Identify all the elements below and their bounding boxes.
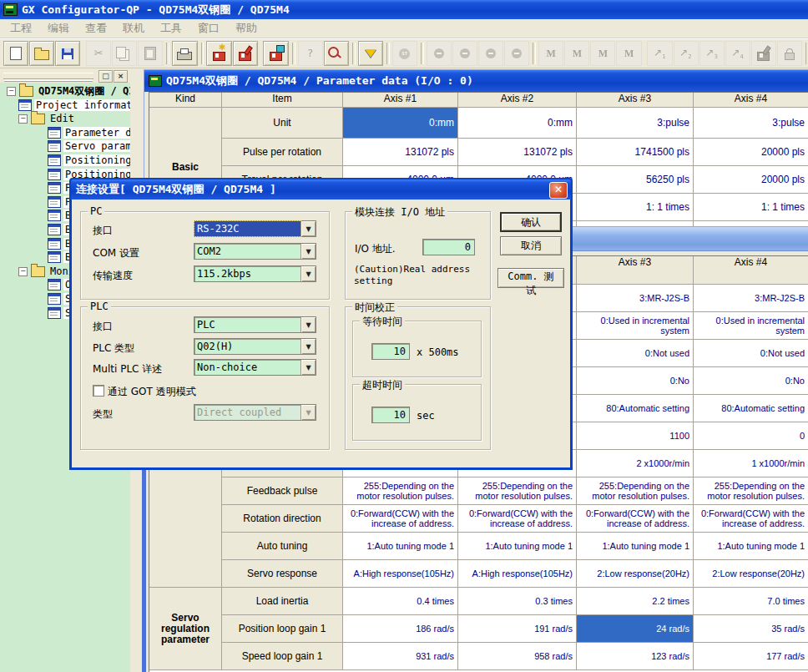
value-cell[interactable]: 0:Forward(CCW) with the increase of addr… [458, 505, 577, 533]
menu-item-1[interactable]: 编辑 [45, 20, 72, 37]
value-cell[interactable]: 20000 pls [694, 139, 808, 166]
timeout-input[interactable] [371, 407, 410, 423]
value-cell[interactable]: 131072 pls [343, 139, 458, 166]
value-cell[interactable]: 0:Used in incremental system [694, 312, 808, 340]
chevron-down-icon[interactable]: ▼ [300, 244, 316, 259]
value-cell[interactable]: 255:Depending on the motor resolution pu… [694, 477, 808, 505]
value-cell[interactable]: 1: 1 times [577, 194, 694, 221]
tree-item[interactable]: Positioning ( [48, 154, 130, 167]
value-cell[interactable]: 3:pulse [577, 108, 694, 139]
comm-test-button[interactable]: Comm. 测试 [497, 268, 564, 288]
print-button[interactable] [172, 41, 197, 66]
value-cell[interactable]: 958 rad/s [458, 643, 577, 670]
value-cell[interactable]: 0:mm [458, 108, 577, 139]
value-cell[interactable]: 255:Depending on the motor resolution pu… [343, 477, 458, 505]
value-cell[interactable]: 1:Auto tuning mode 1 [577, 533, 694, 560]
chevron-down-icon[interactable]: ▼ [300, 360, 316, 375]
value-cell[interactable]: 7.0 times [694, 588, 808, 615]
value-cell[interactable]: 131072 pls [458, 139, 577, 166]
value-cell[interactable]: 123 rad/s [577, 643, 694, 670]
value-cell[interactable]: 1 x1000r/min [694, 450, 808, 477]
value-cell[interactable]: 2:Low response(20Hz) [577, 560, 694, 588]
menu-item-2[interactable]: 查看 [83, 20, 109, 37]
value-cell[interactable]: 1: 1 times [694, 194, 808, 221]
menu-item-0[interactable]: 工程 [8, 20, 34, 37]
value-cell[interactable]: 186 rad/s [343, 615, 458, 643]
value-cell[interactable]: 255:Depending on the motor resolution pu… [577, 477, 694, 505]
parameter-window-titlebar[interactable]: QD75M4双钢圈 / QD75M4 / Parameter data (I/O… [144, 70, 808, 92]
menu-item-4[interactable]: 工具 [158, 20, 184, 37]
value-cell[interactable]: 0:Not used [577, 340, 694, 367]
value-cell[interactable]: 24 rad/s [577, 615, 694, 643]
save-project-button[interactable] [55, 41, 80, 66]
value-cell[interactable]: 0:No [577, 367, 694, 395]
module-check-button[interactable] [324, 41, 349, 66]
value-cell[interactable]: 1100 [577, 422, 694, 450]
tree-item[interactable]: −Moni [18, 265, 76, 278]
multi-plc-combo[interactable]: Non-choice▼ [194, 359, 316, 376]
value-cell[interactable]: 1:Auto tuning mode 1 [343, 533, 458, 560]
value-cell[interactable]: 0:No [694, 367, 808, 395]
cancel-button[interactable]: 取消 [500, 236, 562, 255]
ok-button[interactable]: 确认 [500, 212, 562, 232]
panel-maximize-icon[interactable]: □ [98, 70, 113, 83]
transfer-setup-button[interactable] [263, 41, 288, 66]
value-cell[interactable]: 80:Automatic setting [694, 395, 808, 422]
panel-grip[interactable] [3, 73, 93, 79]
value-cell[interactable]: 0:Not used [694, 340, 808, 367]
value-cell[interactable]: 35 rad/s [694, 615, 808, 643]
baudrate-combo[interactable]: 115.2kbps▼ [194, 265, 316, 282]
tree-expand-icon[interactable]: − [18, 114, 28, 124]
value-cell[interactable]: 0 [694, 422, 808, 450]
value-cell[interactable]: 3:MR-J2S-B [694, 285, 808, 312]
value-cell[interactable]: 0:Forward(CCW) with the increase of addr… [343, 505, 458, 533]
value-cell[interactable]: 191 rad/s [458, 615, 577, 643]
tree-item[interactable]: Servo paramet [48, 139, 130, 153]
value-cell[interactable]: 255:Depending on the motor resolution pu… [458, 477, 577, 505]
value-cell[interactable]: 0.3 times [458, 588, 577, 615]
value-cell[interactable]: 0:Used in incremental system [577, 312, 694, 340]
value-cell[interactable]: 2 x1000r/min [577, 450, 694, 477]
close-icon[interactable]: ✕ [549, 182, 568, 199]
value-cell[interactable]: 3:pulse [694, 108, 808, 139]
chevron-down-icon[interactable]: ▼ [300, 266, 316, 281]
value-cell[interactable]: 3:MR-J2S-B [577, 285, 694, 312]
new-project-button[interactable] [3, 41, 28, 66]
write-to-module-button[interactable] [206, 41, 231, 66]
tree-expand-icon[interactable]: − [7, 87, 16, 96]
monitor-start-button[interactable] [358, 41, 383, 66]
com-setting-combo[interactable]: COM2▼ [194, 243, 316, 260]
value-cell[interactable]: 1:Auto tuning mode 1 [694, 533, 808, 560]
chevron-down-icon[interactable]: ▼ [300, 317, 316, 332]
value-cell[interactable]: 177 rad/s [694, 643, 808, 670]
got-transparent-checkbox[interactable] [93, 385, 104, 397]
project-panel-titlebar[interactable]: □ × [0, 68, 142, 83]
read-from-module-button[interactable] [233, 41, 258, 66]
pc-interface-combo[interactable]: RS-232C▼ [194, 220, 316, 237]
io-address-input[interactable] [422, 239, 475, 255]
chevron-down-icon[interactable]: ▼ [300, 339, 316, 354]
value-cell[interactable]: 20000 pls [694, 166, 808, 194]
open-project-button[interactable] [29, 41, 54, 66]
value-cell[interactable]: 931 rad/s [343, 643, 458, 670]
plc-interface-combo[interactable]: PLC▼ [194, 316, 316, 333]
dialog-titlebar[interactable]: 连接设置[ QD75M4双钢圈 / QD75M4 ] ✕ [71, 179, 571, 200]
value-cell[interactable]: A:High response(105Hz) [458, 560, 577, 588]
value-cell[interactable]: 0:Forward(CCW) with the increase of addr… [577, 505, 694, 533]
value-cell[interactable]: 80:Automatic setting [577, 395, 694, 422]
menu-item-3[interactable]: 联机 [120, 20, 147, 37]
menu-item-6[interactable]: 帮助 [233, 20, 260, 37]
value-cell[interactable]: 0:Forward(CCW) with the increase of addr… [694, 505, 808, 533]
panel-close-icon[interactable]: × [114, 70, 128, 83]
value-cell[interactable]: 2.2 times [577, 588, 694, 615]
value-cell[interactable]: 1741500 pls [577, 139, 694, 166]
wait-time-input[interactable] [371, 343, 410, 360]
menu-item-5[interactable]: 窗口 [195, 20, 222, 37]
value-cell[interactable]: 0:mm [343, 108, 458, 139]
tree-item[interactable]: Parameter dat [48, 126, 130, 139]
value-cell[interactable]: 56250 pls [577, 166, 694, 194]
value-cell[interactable]: 0.4 times [343, 588, 458, 615]
chevron-down-icon[interactable]: ▼ [300, 221, 316, 236]
tree-item[interactable]: −Edit [18, 112, 76, 125]
value-cell[interactable]: A:High response(105Hz) [343, 560, 458, 588]
